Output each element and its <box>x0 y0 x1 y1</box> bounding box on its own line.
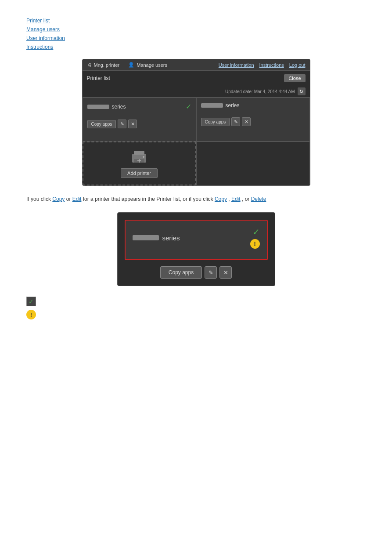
body-text-for-printer: for a printer that appears in the Printe… <box>83 196 215 202</box>
header-left: 🖨 Mng. printer 👤 Manage users <box>87 62 167 68</box>
mng-printer-nav[interactable]: 🖨 Mng. printer <box>87 62 120 68</box>
printer-1-edit-button[interactable]: ✎ <box>118 120 126 128</box>
body-text-copy-or-edit-prefix: If you click <box>26 196 52 202</box>
printer-1-check-icon: ✓ <box>186 102 191 111</box>
svg-point-3 <box>143 156 144 158</box>
printer-1-name-blur <box>87 105 109 109</box>
printer-2-copy-apps-button[interactable]: Copy apps <box>201 118 230 126</box>
printer-card-icons: ✓ ! <box>250 227 260 249</box>
add-printer-cell: Add printer <box>83 141 196 185</box>
printer-card-name: series <box>133 234 180 242</box>
printer-1-delete-button[interactable]: ✕ <box>128 120 137 128</box>
nav-link-printer-list[interactable]: Printer list <box>26 18 50 24</box>
printer-2-series-label: series <box>226 102 240 109</box>
nav-link-manage-users[interactable]: Manage users <box>26 26 60 33</box>
or-text-2: or <box>245 196 251 202</box>
refresh-button[interactable]: ↻ <box>298 87 306 95</box>
or-text-1: or <box>66 196 72 202</box>
manage-users-label: Manage users <box>137 62 167 68</box>
header-right: User information Instructions Log out <box>219 62 306 68</box>
main-ui-panel: 🖨 Mng. printer 👤 Manage users User infor… <box>82 59 310 186</box>
updated-bar: Updated date: Mar 4, 2014 4:44 AM ↻ <box>83 86 310 97</box>
log-out-link[interactable]: Log out <box>289 62 306 68</box>
printer-card-copy-apps-button[interactable]: Copy apps <box>160 266 202 279</box>
printer-1-actions: Copy apps ✎ ✕ <box>87 120 191 128</box>
manage-users-nav[interactable]: 👤 Manage users <box>128 62 167 68</box>
printer-card-check-icon: ✓ <box>252 227 260 237</box>
close-button[interactable]: Close <box>284 74 305 82</box>
printer-card-edit-button[interactable]: ✎ <box>205 266 217 279</box>
printer-card-warning-icon: ! <box>250 239 260 249</box>
printer-1-name: series <box>87 104 126 110</box>
printer-icon: 🖨 <box>87 62 92 68</box>
mng-printer-label: Mng. printer <box>94 62 120 68</box>
printer-2-delete-button[interactable]: ✕ <box>242 117 251 126</box>
edit-link-inline-2[interactable]: Edit <box>231 196 241 202</box>
printer-2-name-blur <box>201 103 223 108</box>
printer-1-top: series ✓ <box>87 102 191 111</box>
printer-1-series-label: series <box>112 104 126 110</box>
printer-card-name-blur <box>133 235 159 240</box>
svg-rect-1 <box>134 151 144 155</box>
comma-1: , <box>228 196 231 202</box>
printer-card-actions: Copy apps ✎ ✕ <box>125 266 268 279</box>
edit-link-inline-1[interactable]: Edit <box>72 196 82 202</box>
instructions-link[interactable]: Instructions <box>259 62 284 68</box>
users-icon: 👤 <box>128 62 134 68</box>
printer-cell-1: series ✓ Copy apps ✎ ✕ <box>83 98 196 141</box>
printer-card-panel: series ✓ ! Copy apps ✎ ✕ <box>117 212 275 286</box>
printer-card-inner: series ✓ ! <box>125 220 268 260</box>
printer-1-copy-apps-button[interactable]: Copy apps <box>87 120 116 128</box>
printer-list-title: Printer list <box>87 75 110 81</box>
printers-grid: series ✓ Copy apps ✎ ✕ series Copy apps … <box>83 97 310 185</box>
printer-card-delete-button[interactable]: ✕ <box>219 266 232 279</box>
nav-link-user-information[interactable]: User information <box>26 35 65 41</box>
legend-item-warning: ! <box>26 310 366 319</box>
printer-card-name-row: series ✓ ! <box>133 227 260 249</box>
icon-legend: ✓ ! <box>26 297 366 319</box>
printer-list-header: Printer list Close <box>83 71 310 86</box>
copy-link-inline-2[interactable]: Copy <box>215 196 227 202</box>
delete-link-inline[interactable]: Delete <box>251 196 266 202</box>
printer-card-series-label: series <box>162 234 180 242</box>
nav-link-instructions[interactable]: Instructions <box>26 44 53 50</box>
printer-2-edit-button[interactable]: ✎ <box>231 117 240 126</box>
add-printer-button[interactable]: Add printer <box>121 168 158 178</box>
updated-date-text: Updated date: Mar 4, 2014 4:44 AM <box>225 89 295 94</box>
copy-link-inline-1[interactable]: Copy <box>52 196 65 202</box>
printer-cell-empty <box>196 141 310 185</box>
user-information-link[interactable]: User information <box>219 62 254 68</box>
printer-cell-2: series Copy apps ✎ ✕ <box>196 98 310 141</box>
legend-warning-icon: ! <box>26 310 36 319</box>
comma-2: , <box>242 196 245 202</box>
ui-header: 🖨 Mng. printer 👤 Manage users User infor… <box>83 59 310 71</box>
top-navigation: Printer list Manage users User informati… <box>26 18 366 50</box>
add-printer-icon <box>130 149 148 168</box>
legend-item-check: ✓ <box>26 297 366 306</box>
printer-2-name: series <box>201 102 240 109</box>
body-text-section: If you click Copy or Edit for a printer … <box>26 195 366 203</box>
printer-2-actions: Copy apps ✎ ✕ <box>201 117 305 126</box>
printer-2-top: series <box>201 102 305 109</box>
legend-check-icon: ✓ <box>26 297 36 306</box>
